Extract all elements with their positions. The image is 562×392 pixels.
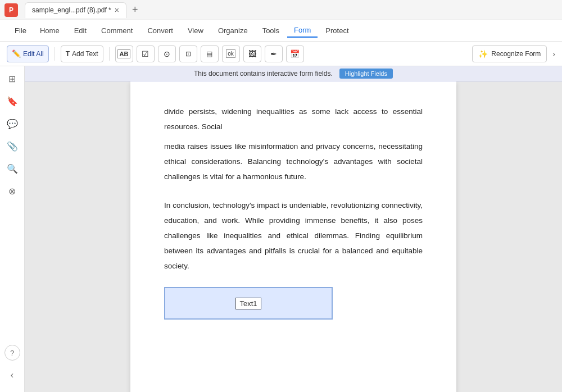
ab-icon: AB (117, 49, 131, 58)
recognize-wand-icon: ✨ (478, 49, 488, 58)
text-field-label: Text1 (235, 298, 261, 309)
app-logo: P (4, 3, 18, 17)
recognize-form-button[interactable]: ✨ Recognize Form (472, 45, 547, 62)
listbox-icon: ▤ (206, 50, 212, 58)
menu-comment[interactable]: Comment (94, 24, 139, 37)
listbox-button[interactable]: ▤ (201, 45, 219, 62)
sidebar-help-icon[interactable]: ? (4, 345, 20, 361)
new-tab-button[interactable]: + (129, 4, 142, 16)
edit-icon: ✏️ (12, 49, 21, 58)
signature-field-button[interactable]: ✒ (265, 45, 283, 62)
add-text-button[interactable]: T Add Text (61, 45, 103, 62)
left-sidebar: ⊞ 🔖 💬 📎 🔍 ⊗ ? ‹ (0, 66, 25, 392)
menu-tools[interactable]: Tools (256, 24, 286, 37)
text-field-box[interactable]: Text1 (164, 287, 333, 320)
ok-icon: ok (226, 49, 235, 58)
dropdown-button[interactable]: ⊡ (179, 45, 197, 62)
tab-close-button[interactable]: × (115, 6, 119, 15)
radio-icon: ⊙ (164, 49, 170, 58)
sidebar-bottom: ? ‹ (4, 345, 20, 388)
text-T-icon: T (66, 50, 70, 58)
paragraph-1: media raises issues like misinformation … (164, 139, 423, 184)
toolbar-scroll-right[interactable]: › (552, 49, 555, 58)
menu-file[interactable]: File (9, 24, 32, 37)
ab-field-button[interactable]: AB (115, 45, 133, 62)
paragraph-2: In conclusion, technology's impact is un… (164, 198, 423, 274)
sidebar-search-icon[interactable]: 🔍 (4, 161, 20, 176)
main-layout: ⊞ 🔖 💬 📎 🔍 ⊗ ? ‹ This document contains i… (0, 66, 562, 392)
image-field-button[interactable]: 🖼 (243, 45, 261, 62)
signature-icon: ✒ (270, 49, 277, 58)
ok-field-button[interactable]: ok (222, 45, 240, 62)
page-top-text: divide persists, widening inequalities a… (164, 104, 423, 134)
date-field-button[interactable]: 📅 (286, 45, 304, 62)
sidebar-comment-icon[interactable]: 💬 (4, 116, 20, 131)
notification-message: This document contains interactive form … (194, 70, 333, 78)
notification-bar: This document contains interactive form … (25, 66, 562, 81)
sidebar-thumbnail-icon[interactable]: ⊞ (4, 71, 20, 86)
date-icon: 📅 (290, 49, 300, 58)
image-icon: 🖼 (248, 49, 256, 58)
edit-all-button[interactable]: ✏️ Edit All (7, 45, 49, 62)
tab-bar: P sample_engl...pdf (8).pdf * × + (0, 0, 562, 20)
radio-button[interactable]: ⊙ (158, 45, 176, 62)
content-area: This document contains interactive form … (25, 66, 562, 392)
menu-view[interactable]: View (181, 24, 210, 37)
menu-home[interactable]: Home (33, 24, 66, 37)
menu-convert[interactable]: Convert (140, 24, 180, 37)
sidebar-bookmark-icon[interactable]: 🔖 (4, 93, 20, 109)
sidebar-attachment-icon[interactable]: 📎 (4, 138, 20, 154)
menu-form[interactable]: Form (287, 24, 318, 38)
active-tab[interactable]: sample_engl...pdf (8).pdf * × (25, 2, 126, 18)
paragraph-2-text: In conclusion, technology's impact is un… (164, 201, 423, 270)
checkbox-button[interactable]: ☑ (137, 45, 155, 62)
paragraph-1-text: media raises issues like misinformation … (164, 142, 423, 181)
dropdown-icon: ⊡ (185, 50, 191, 58)
top-text-content: divide persists, widening inequalities a… (164, 107, 423, 131)
sidebar-layers-icon[interactable]: ⊗ (4, 183, 20, 199)
pdf-page: divide persists, widening inequalities a… (130, 81, 456, 392)
checkbox-icon: ☑ (142, 49, 149, 58)
toolbar-separator-2 (109, 47, 110, 61)
toolbar-separator-1 (55, 47, 55, 61)
menu-protect[interactable]: Protect (319, 24, 355, 37)
sidebar-collapse-icon[interactable]: ‹ (4, 367, 20, 383)
toolbar: ✏️ Edit All T Add Text AB ☑ ⊙ ⊡ ▤ ok 🖼 ✒… (0, 42, 562, 66)
tab-title: sample_engl...pdf (8).pdf * (32, 6, 111, 14)
menu-bar: File Home Edit Comment Convert View Orga… (0, 20, 562, 42)
highlight-fields-button[interactable]: Highlight Fields (339, 69, 393, 79)
menu-organize[interactable]: Organize (211, 24, 255, 37)
menu-edit[interactable]: Edit (67, 24, 93, 37)
